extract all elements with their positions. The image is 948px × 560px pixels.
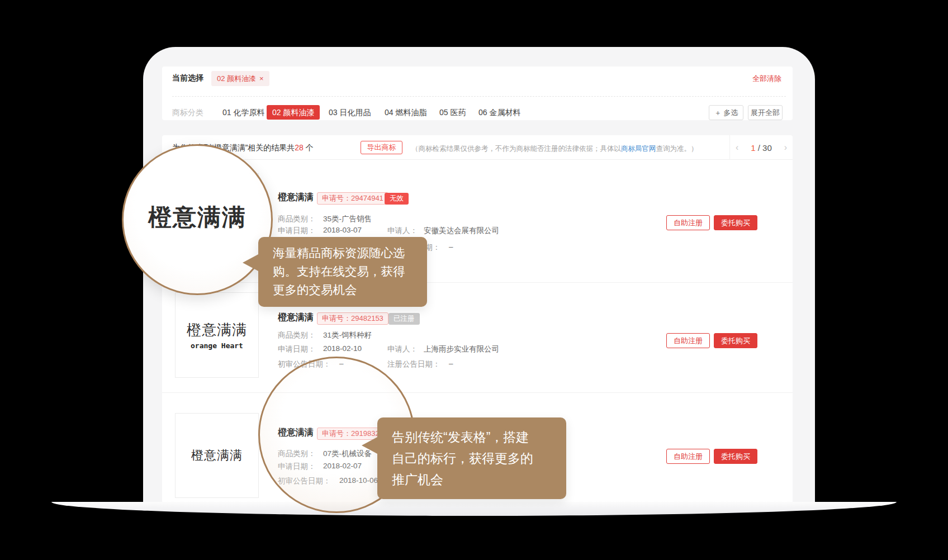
reg-notice-label: 注册公告日期： [387, 359, 440, 369]
laptop-base [51, 502, 897, 516]
current-page: 1 [751, 143, 755, 153]
category-value: 35类-广告销售 [323, 214, 372, 224]
apply-date-label: 申请日期： [278, 344, 316, 354]
category-item-06[interactable]: 06 金属材料 [478, 108, 520, 118]
export-trademark-button[interactable]: 导出商标 [361, 141, 402, 154]
self-register-button[interactable]: 自助注册 [666, 215, 710, 230]
results-header: 为您检索到“橙意满满”相关的结果共28 个 导出商标 （商标检索结果仅供参考，不… [162, 135, 793, 160]
trademark-name[interactable]: 橙意满满 [278, 192, 314, 203]
applicant-label: 申请人： [387, 226, 418, 236]
trademark-image[interactable]: 橙意满满 orange Heart [175, 292, 259, 378]
application-number-tag: 申请号：29474941 [317, 192, 388, 205]
callout-arrow-icon [243, 254, 259, 272]
page-indicator: 1 / 30 [730, 143, 793, 153]
apply-date-label: 申请日期： [278, 226, 316, 236]
entrust-buy-button[interactable]: 委托购买 [714, 333, 757, 348]
trademark-office-link[interactable]: 商标局官网 [621, 145, 656, 153]
trademark-name[interactable]: 橙意满满 [278, 312, 314, 324]
results-count: 28 [295, 143, 304, 152]
self-register-button[interactable]: 自助注册 [666, 333, 710, 348]
app-no-label: 申请号： [322, 314, 351, 322]
entrust-buy-button[interactable]: 委托购买 [714, 215, 757, 230]
filter-panel: 当前选择 02 颜料油漆× 全部清除 商标分类 01 化学原料 02 颜料油漆 … [162, 67, 793, 120]
close-icon[interactable]: × [259, 74, 264, 83]
applicant-value: 上海雨步实业有限公司 [424, 344, 499, 354]
magnified-trademark-text: 橙意满满 [148, 202, 247, 233]
current-selection-label: 当前选择 [172, 73, 203, 83]
app-no-value: 29482153 [351, 314, 383, 322]
disclaimer-text: （商标检索结果仅供参考，不作为商标能否注册的法律依据；具体以商标局官网查询为准。… [411, 144, 698, 154]
trademark-row-2: 橙意满满 orange Heart 橙意满满 申请号：29482153 已注册 … [162, 282, 793, 392]
apply-date-value: 2018-02-10 [323, 344, 362, 353]
trademark-image-text: 橙意满满 [187, 320, 247, 340]
app-no-value: 29474941 [351, 194, 383, 202]
status-badge: 无效 [385, 193, 409, 205]
next-page-icon[interactable]: › [784, 143, 787, 153]
trademark-image[interactable]: 橙意满满 [175, 413, 259, 498]
divider [172, 96, 786, 97]
callout-arrow-icon [362, 436, 378, 454]
magnifier-circle-trademark: 橙意满满 [122, 144, 273, 295]
category-label: 商品类别： [278, 330, 316, 340]
category-item-01[interactable]: 01 化学原料 [222, 108, 264, 118]
selected-filter-tag-label: 02 颜料油漆 [217, 74, 256, 83]
category-item-04[interactable]: 04 燃料油脂 [385, 108, 426, 118]
summary-suffix: 个 [304, 143, 314, 152]
total-pages: 30 [762, 143, 772, 153]
page-separator: / [756, 143, 763, 153]
category-item-03[interactable]: 03 日化用品 [329, 108, 371, 118]
trademark-image-text: 橙意满满 [191, 447, 243, 464]
applicant-label: 申请人： [387, 344, 418, 354]
multi-select-button[interactable]: ＋ 多选 [709, 105, 743, 120]
expand-all-button[interactable]: 展开全部 [748, 105, 783, 120]
apply-date-value: 2018-03-07 [323, 226, 362, 234]
reg-notice-value: – [449, 359, 453, 368]
callout-line: 更多的交易机会 [273, 281, 416, 300]
pagination: ‹ 1 / 30 › [729, 135, 793, 160]
category-label: 商品类别： [278, 214, 316, 224]
page: 当前选择 02 颜料油漆× 全部清除 商标分类 01 化学原料 02 颜料油漆 … [0, 0, 948, 560]
clear-all-button[interactable]: 全部清除 [752, 74, 781, 84]
category-item-05[interactable]: 05 医药 [439, 108, 466, 118]
selected-filter-tag[interactable]: 02 颜料油漆× [211, 71, 269, 86]
callout-marketplace: 海量精品商标资源随心选 购。支持在线交易，获得 更多的交易机会 [258, 237, 427, 307]
status-badge: 已注册 [388, 313, 420, 325]
app-no-label: 申请号： [322, 194, 351, 202]
callout-line: 自己的标行，获得更多的 [392, 448, 555, 469]
application-number-tag: 申请号：29482153 [317, 312, 388, 325]
category-item-02-selected[interactable]: 02 颜料油漆 [267, 105, 320, 120]
disclaimer-post: 查询为准。） [656, 145, 698, 153]
category-group-label: 商标分类 [172, 108, 203, 118]
trademark-image-subtext: orange Heart [191, 341, 243, 350]
callout-line: 购。支持在线交易，获得 [273, 263, 416, 281]
category-value: 31类-饲料种籽 [323, 330, 372, 340]
entrust-buy-button[interactable]: 委托购买 [714, 449, 757, 464]
callout-line: 推广机会 [392, 469, 555, 490]
self-register-button[interactable]: 自助注册 [666, 449, 710, 464]
callout-promotion: 告别传统“发表格”，搭建 自己的标行，获得更多的 推广机会 [377, 417, 566, 499]
callout-line: 告别传统“发表格”，搭建 [392, 426, 555, 448]
applicant-value: 安徽美达会展有限公司 [424, 226, 499, 236]
callout-line: 海量精品商标资源随心选 [273, 244, 416, 263]
disclaimer-pre: （商标检索结果仅供参考，不作为商标能否注册的法律依据；具体以 [411, 145, 621, 153]
reg-notice-value: – [449, 243, 453, 251]
